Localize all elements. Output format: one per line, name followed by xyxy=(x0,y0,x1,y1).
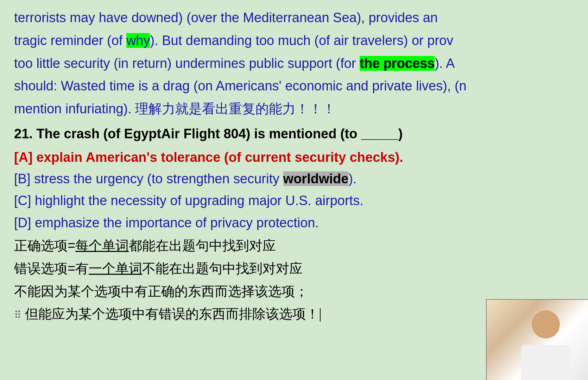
answer-a: [A] explain American's tolerance (of cur… xyxy=(14,150,403,165)
line-2: tragic reminder (of why). But demanding … xyxy=(14,30,574,51)
line-4: should: Wasted time is a drag (on Americ… xyxy=(14,75,574,97)
the-process-highlight: the process xyxy=(360,56,435,71)
line1-text: terrorists may have downed) (over the Me… xyxy=(14,10,438,25)
answer-d: [D] emphasize the importance of privacy … xyxy=(14,212,574,234)
dots-inline: ⠿ xyxy=(14,308,21,323)
answer-b-pre: [B] stress the urgency (to strengthen se… xyxy=(14,171,283,186)
line-3: too little security (in return) undermin… xyxy=(14,53,574,74)
line-1: terrorists may have downed) (over the Me… xyxy=(14,7,574,28)
question-21: 21. The crash (of EgyptAir Flight 804) i… xyxy=(14,123,574,145)
chinese-line-1: 正确选项=每个单词都能在出题句中找到对应 xyxy=(14,235,574,256)
line3-post: ). A xyxy=(435,56,455,71)
person-head xyxy=(532,310,560,338)
main-content: terrorists may have downed) (over the Me… xyxy=(0,0,588,332)
line2-post: ). But demanding too much (of air travel… xyxy=(150,33,453,48)
chinese-line2-underline: 一个单词 xyxy=(89,261,142,276)
text-cursor xyxy=(320,308,321,322)
answer-c: [C] highlight the necessity of upgrading… xyxy=(14,190,574,211)
answer-b: [B] stress the urgency (to strengthen se… xyxy=(14,168,574,190)
line5-text: mention infuriating). 理解力就是看出重复的能力！！！ xyxy=(14,101,336,116)
answer-b-post: ). xyxy=(348,171,356,186)
why-highlight: why xyxy=(126,33,150,48)
line4-text: should: Wasted time is a drag (on Americ… xyxy=(14,78,467,93)
chinese-line4-text: 但能应为某个选项中有错误的东西而排除该选项！ xyxy=(25,306,319,321)
webcam-overlay xyxy=(486,299,588,380)
chinese-line-2: 错误选项=有一个单词不能在出题句中找到对对应 xyxy=(14,258,574,279)
worldwide-highlight: worldwide xyxy=(283,171,349,186)
line-5: mention infuriating). 理解力就是看出重复的能力！！！ xyxy=(14,98,574,120)
line3-pre: too little security (in return) undermin… xyxy=(14,56,360,71)
webcam-person-view xyxy=(487,300,588,380)
chinese-line1-underline: 每个单词 xyxy=(75,238,129,253)
line2-pre: tragic reminder (of xyxy=(14,33,126,48)
person-body xyxy=(521,345,570,380)
